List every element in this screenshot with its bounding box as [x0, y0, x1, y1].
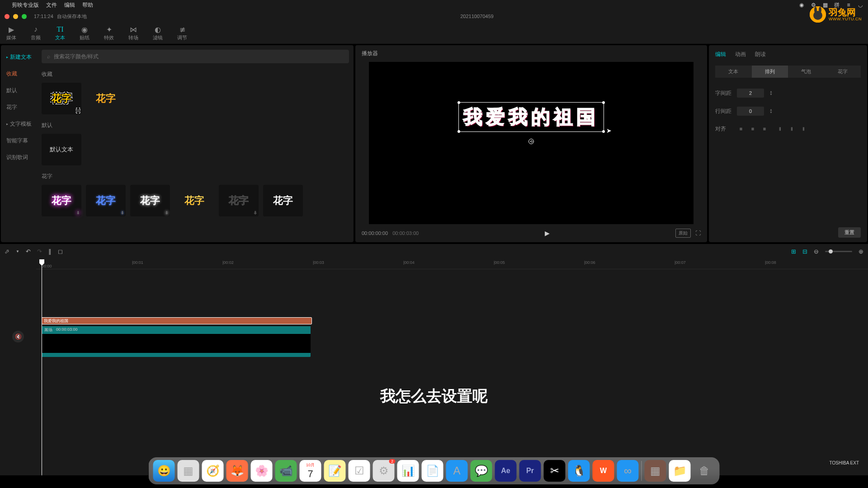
handle-bl[interactable]	[458, 130, 460, 133]
close-window[interactable]	[5, 14, 9, 19]
zoom-in[interactable]: ⊕	[859, 248, 863, 255]
dock-wps[interactable]: W	[593, 460, 614, 482]
reset-button[interactable]: 重置	[838, 227, 861, 238]
tab-read[interactable]: 朗读	[755, 49, 766, 60]
style-card-5[interactable]: 花字⬇	[219, 185, 259, 216]
split-tool[interactable]: ‖	[48, 248, 52, 255]
dock-numbers[interactable]: 📊	[397, 460, 419, 482]
style-card-2[interactable]: 花字⬇	[86, 185, 126, 216]
spinner[interactable]: ▲▼	[769, 108, 773, 114]
tab-adjust[interactable]: ≢调节	[175, 23, 189, 43]
nav-default[interactable]: 默认	[1, 82, 37, 99]
dock-app1[interactable]: ▦	[645, 460, 666, 482]
dock-photos[interactable]: 🌸	[251, 460, 273, 482]
preview-text[interactable]: 我爱我的祖国	[463, 104, 599, 130]
subtab-arrange[interactable]: 排列	[752, 66, 788, 78]
spinner[interactable]: ▲▼	[769, 90, 773, 96]
align-v2[interactable]: ⦀	[788, 125, 796, 133]
tab-audio[interactable]: ♪音频	[29, 23, 42, 43]
style-card-fav-2[interactable]: 花字⬇	[86, 83, 126, 114]
timeline-main[interactable]: | 00:00 |00:01 |00:02 |00:03 |00:04 |00:…	[36, 258, 868, 475]
dock-firefox[interactable]: 🦊	[226, 460, 248, 482]
align-right[interactable]: ≡	[760, 125, 769, 133]
fullscreen-button[interactable]: ⛶	[695, 230, 701, 236]
nav-lyrics[interactable]: 识别歌词	[1, 149, 37, 166]
crop-tool[interactable]: ◻	[58, 248, 63, 255]
record-icon[interactable]: ◉	[798, 2, 805, 8]
play-button[interactable]: ▶	[545, 230, 550, 237]
nav-template[interactable]: ▸文字模板	[1, 116, 37, 132]
style-card-fav-1[interactable]: 花字⬇	[42, 83, 81, 114]
align-v3[interactable]: ⦀	[799, 125, 807, 133]
dock-finder[interactable]: 😀	[153, 460, 175, 482]
dock-facetime[interactable]: 📹	[275, 460, 297, 482]
style-card-6[interactable]: 花字	[263, 185, 303, 216]
style-card-3[interactable]: 花字⬇	[130, 185, 170, 216]
menu-edit[interactable]: 编辑	[64, 1, 75, 9]
dock-settings[interactable]: ⚙2	[373, 460, 395, 482]
tab-effects[interactable]: ✦特效	[102, 23, 116, 43]
subtab-bubble[interactable]: 气泡	[788, 66, 825, 78]
tab-sticker[interactable]: ◉贴纸	[78, 23, 91, 43]
style-card-4[interactable]: 花字⬇	[175, 185, 214, 216]
snap-tool-1[interactable]: ⊞	[791, 248, 796, 255]
tab-animation[interactable]: 动画	[735, 49, 746, 60]
dock-baidu[interactable]: ∞	[617, 460, 639, 482]
rotate-handle[interactable]: ⟲	[528, 139, 534, 144]
dock-launchpad[interactable]: ▦	[178, 460, 199, 482]
dock-ae[interactable]: Ae	[495, 460, 517, 482]
subtab-text[interactable]: 文本	[715, 66, 752, 78]
dock-app2[interactable]: 📁	[669, 460, 691, 482]
video-clip[interactable]: 黑场 00:00:03:00	[42, 326, 311, 357]
search-bar[interactable]: ⌕	[42, 50, 349, 63]
playhead[interactable]	[42, 259, 42, 475]
dock-appstore[interactable]: A	[446, 460, 468, 482]
nav-new-text[interactable]: ▸新建文本	[1, 49, 37, 66]
dock-safari[interactable]: 🧭	[202, 460, 224, 482]
chevron-down-icon[interactable]: ▼	[16, 249, 19, 253]
dock-reminders[interactable]: ☑	[349, 460, 370, 482]
snap-tool-2[interactable]: ⊟	[802, 248, 807, 255]
dock-notes[interactable]: 📝	[324, 460, 346, 482]
zoom-slider[interactable]	[825, 251, 852, 252]
dock-qq[interactable]: 🐧	[568, 460, 590, 482]
handle-tr[interactable]	[602, 101, 605, 104]
tab-transition[interactable]: ⋈转场	[127, 23, 140, 43]
ratio-button[interactable]: 原始	[675, 229, 691, 238]
redo-button[interactable]: ↷	[37, 248, 42, 255]
letter-spacing-input[interactable]	[737, 89, 764, 98]
mute-button[interactable]: 🔇	[12, 331, 24, 343]
align-center[interactable]: ≡	[749, 125, 757, 133]
minimize-window[interactable]	[13, 14, 18, 19]
menu-file[interactable]: 文件	[46, 1, 57, 9]
nav-subtitle[interactable]: 智能字幕	[1, 132, 37, 149]
zoom-out[interactable]: ⊖	[814, 248, 819, 255]
tab-media[interactable]: ▶媒体	[5, 23, 18, 43]
nav-huazi[interactable]: 花字	[1, 99, 37, 116]
dock-textedit[interactable]: 📄	[422, 460, 443, 482]
search-input[interactable]	[54, 53, 344, 60]
preview-viewport[interactable]: 我爱我的祖国 ⟲ ➤	[369, 62, 693, 224]
dock-wechat[interactable]: 💬	[471, 460, 492, 482]
tab-filter[interactable]: ◐滤镜	[151, 23, 165, 43]
handle-br[interactable]	[602, 130, 605, 133]
line-spacing-input[interactable]	[737, 107, 764, 116]
subtab-huazi[interactable]: 花字	[825, 66, 861, 78]
dock-calendar[interactable]: 10月7	[300, 460, 321, 482]
pointer-tool[interactable]: ⬀	[5, 248, 9, 255]
text-selection-box[interactable]: 我爱我的祖国 ⟲ ➤	[458, 102, 604, 132]
timeline-ruler[interactable]: | 00:00 |00:01 |00:02 |00:03 |00:04 |00:…	[36, 258, 868, 269]
align-left[interactable]: ≡	[737, 125, 745, 133]
maximize-window[interactable]	[22, 14, 27, 19]
undo-button[interactable]: ↶	[26, 248, 31, 255]
dock-trash[interactable]: 🗑	[693, 460, 715, 482]
app-name[interactable]: 剪映专业版	[12, 1, 39, 9]
text-clip[interactable]: 我爱我的祖国	[42, 317, 312, 324]
dock-capcut[interactable]: ✂	[544, 460, 566, 482]
handle-tl[interactable]	[458, 101, 460, 104]
style-card-1[interactable]: 花字⬇	[42, 185, 81, 216]
align-v1[interactable]: ⦀	[776, 125, 784, 133]
tab-edit[interactable]: 编辑	[715, 49, 726, 60]
dock-pr[interactable]: Pr	[519, 460, 541, 482]
nav-favorites[interactable]: 收藏	[1, 66, 37, 82]
